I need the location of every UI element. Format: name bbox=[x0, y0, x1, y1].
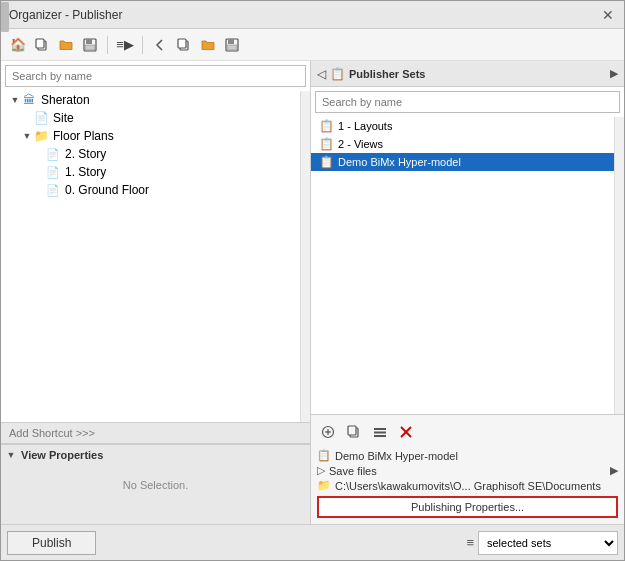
tree-label-site: Site bbox=[53, 111, 74, 125]
right-panel-arrow[interactable]: ▶ bbox=[610, 67, 618, 80]
layouts-icon: 📋 bbox=[319, 119, 334, 133]
path-value: C:\Users\kawakumovits\O... Graphisoft SE… bbox=[335, 480, 601, 492]
tree-item-site[interactable]: 📄 Site bbox=[1, 109, 300, 127]
back-icon[interactable]: ◁ bbox=[317, 67, 326, 81]
selected-sets-select[interactable]: selected sets bbox=[478, 531, 618, 555]
tree-item-sheraton[interactable]: ▼ 🏛 Sheraton bbox=[1, 91, 300, 109]
settings-item-button[interactable] bbox=[369, 421, 391, 443]
expand-arrow-sheraton[interactable]: ▼ bbox=[9, 94, 21, 106]
list-item-layouts-label: 1 - Layouts bbox=[338, 120, 392, 132]
toolbar-separator-1 bbox=[107, 36, 108, 54]
view-properties-label: View Properties bbox=[21, 449, 103, 461]
page-icon-story2: 📄 bbox=[45, 146, 61, 162]
name-row: 📋 Demo BiMx Hyper-model bbox=[317, 449, 618, 462]
add-button[interactable] bbox=[317, 421, 339, 443]
left-scrollbar[interactable] bbox=[300, 91, 310, 422]
svg-rect-1 bbox=[36, 39, 44, 48]
footer-right: ≡ selected sets bbox=[466, 531, 618, 555]
list-item-views[interactable]: 📋 2 - Views bbox=[311, 135, 614, 153]
list-item-layouts[interactable]: 📋 1 - Layouts bbox=[311, 117, 614, 135]
copy-item-button[interactable] bbox=[343, 421, 365, 443]
svg-rect-3 bbox=[86, 39, 92, 44]
folder-icon-floorplans: 📁 bbox=[33, 128, 49, 144]
left-search-input[interactable] bbox=[5, 65, 306, 87]
left-panel: ▼ 🏛 Sheraton 📄 Site ▼ 📁 Floor Pla bbox=[1, 61, 311, 524]
view-properties-panel: ▼ View Properties No Selection. bbox=[1, 444, 310, 524]
view-properties-header: ▼ View Properties bbox=[5, 447, 306, 463]
bottom-toolbar bbox=[317, 421, 618, 443]
save-files-arrow[interactable]: ▶ bbox=[610, 464, 618, 477]
save-files-row: ▷ Save files ▶ bbox=[317, 464, 618, 477]
page-icon-groundfloor: 📄 bbox=[45, 182, 61, 198]
name-icon: 📋 bbox=[317, 449, 331, 462]
name-value: Demo BiMx Hyper-model bbox=[335, 450, 618, 462]
nav-back-button[interactable] bbox=[149, 34, 171, 56]
svg-rect-8 bbox=[228, 39, 234, 44]
title-bar: Organizer - Publisher ✕ bbox=[1, 1, 624, 29]
close-button[interactable]: ✕ bbox=[600, 7, 616, 23]
svg-rect-4 bbox=[85, 45, 95, 50]
main-content: ▼ 🏛 Sheraton 📄 Site ▼ 📁 Floor Pla bbox=[1, 61, 624, 524]
menu-button[interactable]: ≡▶ bbox=[114, 34, 136, 56]
svg-rect-6 bbox=[178, 39, 186, 48]
folder-icon-site: 📄 bbox=[33, 110, 49, 126]
svg-rect-9 bbox=[227, 45, 237, 50]
no-selection-text: No Selection. bbox=[5, 463, 306, 491]
folder-button[interactable] bbox=[55, 34, 77, 56]
tree-item-story2[interactable]: 📄 2. Story bbox=[1, 145, 300, 163]
expand-arrow-site bbox=[21, 112, 33, 124]
publish-label: Publish bbox=[32, 536, 71, 550]
tree-label-story1: 1. Story bbox=[65, 165, 106, 179]
views-icon: 📋 bbox=[319, 137, 334, 151]
publisher-sets-icon: 📋 bbox=[330, 67, 345, 81]
right-scrollbar[interactable] bbox=[614, 117, 624, 414]
right-folder-button[interactable] bbox=[197, 34, 219, 56]
bottom-right-area: 📋 Demo BiMx Hyper-model ▷ Save files ▶ 📁… bbox=[311, 414, 624, 524]
expand-arrow-floorplans[interactable]: ▼ bbox=[21, 130, 33, 142]
right-panel-header: ◁ 📋 Publisher Sets ▶ bbox=[311, 61, 624, 87]
right-copy-button[interactable] bbox=[173, 34, 195, 56]
publish-button[interactable]: Publish bbox=[7, 531, 96, 555]
expand-arrow-groundfloor bbox=[33, 184, 45, 196]
footer: Publish ≡ selected sets bbox=[1, 524, 624, 560]
right-search-input[interactable] bbox=[315, 91, 620, 113]
right-save-button[interactable] bbox=[221, 34, 243, 56]
selected-sets-icon: ≡ bbox=[466, 535, 474, 550]
organizer-publisher-window: Organizer - Publisher ✕ 🏠 ≡▶ bbox=[0, 0, 625, 561]
right-list: 📋 1 - Layouts 📋 2 - Views 📋 Demo BiMx Hy… bbox=[311, 117, 614, 414]
tree-scroll-area: ▼ 🏛 Sheraton 📄 Site ▼ 📁 Floor Pla bbox=[1, 91, 310, 422]
tree-area: ▼ 🏛 Sheraton 📄 Site ▼ 📁 Floor Pla bbox=[1, 91, 300, 422]
save-files-icon: ▷ bbox=[317, 464, 325, 477]
publisher-sets-label: Publisher Sets bbox=[349, 68, 425, 80]
tree-item-floorplans[interactable]: ▼ 📁 Floor Plans bbox=[1, 127, 300, 145]
shortcut-bar-label: Add Shortcut >>> bbox=[9, 427, 95, 439]
page-icon-story1: 📄 bbox=[45, 164, 61, 180]
tree-label-story2: 2. Story bbox=[65, 147, 106, 161]
svg-rect-14 bbox=[348, 426, 356, 435]
delete-item-button[interactable] bbox=[395, 421, 417, 443]
publishing-properties-button[interactable]: Publishing Properties... bbox=[317, 496, 618, 518]
view-props-arrow[interactable]: ▼ bbox=[5, 449, 17, 461]
copy-button[interactable] bbox=[31, 34, 53, 56]
list-item-demo[interactable]: 📋 Demo BiMx Hyper-model bbox=[311, 153, 614, 171]
expand-arrow-story2 bbox=[33, 148, 45, 160]
demo-icon: 📋 bbox=[319, 155, 334, 169]
building-icon: 🏛 bbox=[21, 92, 37, 108]
shortcut-bar[interactable]: Add Shortcut >>> bbox=[1, 422, 310, 444]
main-toolbar: 🏠 ≡▶ bbox=[1, 29, 624, 61]
publishing-properties-label: Publishing Properties... bbox=[411, 501, 524, 513]
save-files-label: Save files bbox=[329, 465, 606, 477]
tree-item-story1[interactable]: 📄 1. Story bbox=[1, 163, 300, 181]
list-item-demo-label: Demo BiMx Hyper-model bbox=[338, 156, 461, 168]
list-item-views-label: 2 - Views bbox=[338, 138, 383, 150]
path-row: 📁 C:\Users\kawakumovits\O... Graphisoft … bbox=[317, 479, 618, 492]
tree-label-sheraton: Sheraton bbox=[41, 93, 90, 107]
toolbar-separator-2 bbox=[142, 36, 143, 54]
window-title: Organizer - Publisher bbox=[9, 8, 122, 22]
tree-label-floorplans: Floor Plans bbox=[53, 129, 114, 143]
home-button[interactable]: 🏠 bbox=[7, 34, 29, 56]
tree-label-groundfloor: 0. Ground Floor bbox=[65, 183, 149, 197]
svg-rect-15 bbox=[374, 428, 386, 430]
save-button[interactable] bbox=[79, 34, 101, 56]
tree-item-groundfloor[interactable]: 📄 0. Ground Floor bbox=[1, 181, 300, 199]
